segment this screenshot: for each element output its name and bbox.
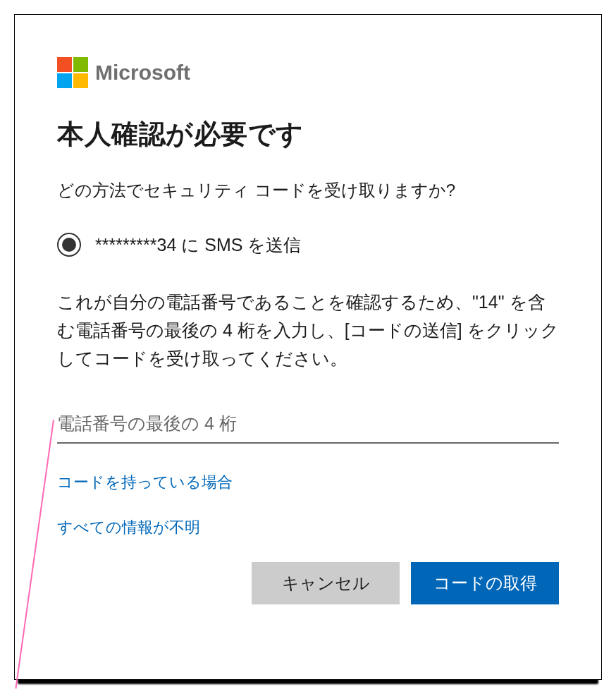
brand-name: Microsoft [95,61,190,85]
page-title: 本人確認が必要です [57,116,559,152]
verification-dialog: Microsoft 本人確認が必要です どの方法でセキュリティ コードを受け取り… [14,14,602,680]
get-code-button[interactable]: コードの取得 [411,562,559,604]
button-row: キャンセル コードの取得 [57,562,559,604]
phone-last4-input[interactable] [57,408,559,444]
sms-option[interactable]: *********34 に SMS を送信 [57,233,559,257]
page-subtitle: どの方法でセキュリティ コードを受け取りますか? [57,179,559,202]
instructions-text: これが自分の電話番号であることを確認するため、"14" を含む電話番号の最後の … [57,288,559,372]
cancel-button[interactable]: キャンセル [252,562,400,604]
brand-row: Microsoft [57,57,559,88]
no-info-link[interactable]: すべての情報が不明 [57,517,559,538]
microsoft-logo-icon [57,57,88,88]
have-code-link[interactable]: コードを持っている場合 [57,472,559,493]
phone-input-wrapper [57,408,559,444]
sms-option-label: *********34 に SMS を送信 [95,233,301,257]
radio-selected-icon [57,233,81,257]
